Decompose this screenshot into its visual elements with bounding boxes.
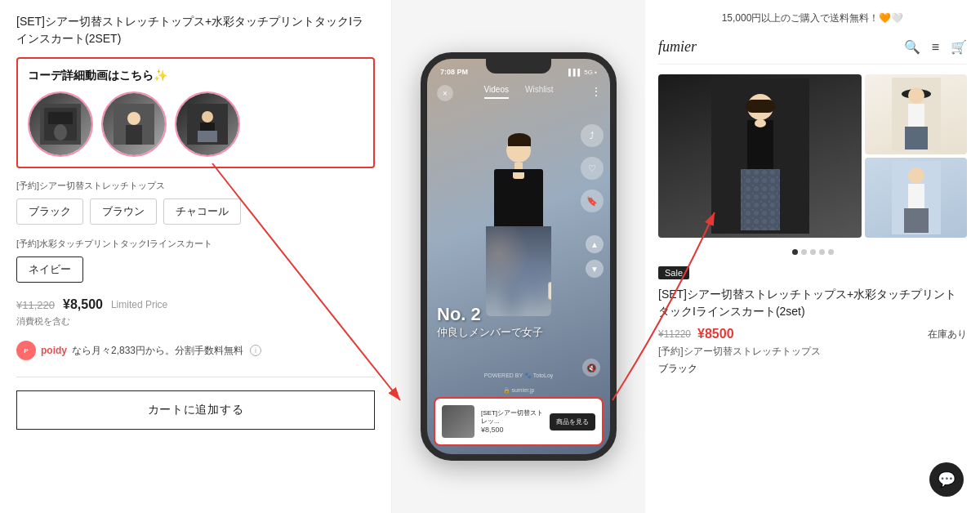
phone-down-arrow[interactable]: ▼ bbox=[586, 260, 604, 278]
phone-up-arrow[interactable]: ▲ bbox=[586, 235, 604, 253]
skirt-label: [予約]水彩タッチプリントタックIラインスカート bbox=[16, 238, 375, 250]
video-circle-1[interactable] bbox=[28, 91, 93, 157]
right-stock: 在庫あり bbox=[928, 328, 967, 341]
product-image-side-top[interactable] bbox=[865, 74, 967, 154]
brand-logo[interactable]: fumier bbox=[658, 38, 697, 56]
phone-share-icon[interactable]: ⤴ bbox=[581, 124, 604, 147]
paidy-row: P poidy なら月々2,833円から。分割手数料無料 i bbox=[16, 341, 375, 360]
search-icon[interactable]: 🔍 bbox=[904, 39, 920, 55]
svg-rect-19 bbox=[741, 169, 780, 230]
phone-close-button[interactable]: × bbox=[437, 85, 453, 101]
product-bar-name: [SET]シアー切替ストレッ... bbox=[481, 409, 543, 426]
svg-rect-15 bbox=[746, 100, 775, 113]
phone-tab-wishlist[interactable]: Wishlist bbox=[525, 85, 553, 99]
phone-menu-dots[interactable]: ⋮ bbox=[590, 85, 602, 98]
phone-status-icons: ▌▌▌ 5G ▪ bbox=[568, 69, 597, 76]
dot-5[interactable] bbox=[828, 249, 834, 255]
color-btn-brown[interactable]: ブラウン bbox=[90, 199, 157, 225]
model-skirt bbox=[486, 226, 551, 316]
model-top bbox=[494, 169, 543, 226]
video-section-title: コーデ詳細動画はこちら✨ bbox=[28, 69, 363, 83]
video-circles bbox=[28, 91, 363, 157]
right-product-title: [SET]シアー切替ストレッチトップス+水彩タッチプリントタックIラインスカート… bbox=[658, 286, 967, 320]
phone-product-bar: [SET]シアー切替ストレッ... ¥8,500 商品を見る bbox=[434, 397, 604, 446]
video-circle-2[interactable] bbox=[101, 91, 167, 157]
paidy-logo: P bbox=[16, 341, 36, 360]
model-head bbox=[506, 138, 531, 163]
phone-text-overlay: No. 2 仲良しメンバーで女子 bbox=[437, 304, 577, 340]
svg-rect-25 bbox=[908, 104, 924, 127]
phone-subtitle: 仲良しメンバーで女子 bbox=[437, 325, 577, 340]
skirt-btn-navy[interactable]: ネイビー bbox=[16, 256, 83, 283]
dot-4[interactable] bbox=[819, 249, 825, 255]
dot-1[interactable] bbox=[792, 249, 798, 255]
svg-rect-26 bbox=[905, 127, 928, 149]
phone-domain: 🔒 sumier.jp bbox=[503, 387, 535, 393]
product-bar-info: [SET]シアー切替ストレッ... ¥8,500 bbox=[481, 409, 543, 435]
svg-rect-4 bbox=[48, 112, 73, 124]
phone-bookmark-icon[interactable]: 🔖 bbox=[581, 190, 604, 212]
color-options: ブラック ブラウン チャコール bbox=[16, 199, 375, 225]
svg-rect-29 bbox=[908, 184, 924, 208]
color-btn-black[interactable]: ブラック bbox=[16, 199, 83, 225]
svg-point-24 bbox=[908, 87, 924, 104]
product-title: [SET]シアー切替ストレッチトップス+水彩タッチプリントタックIラインスカート… bbox=[16, 13, 375, 47]
phone-tabs: Videos Wishlist bbox=[427, 85, 610, 99]
center-panel: 7:08 PM ▌▌▌ 5G ▪ Videos Wishlist × ⋮ bbox=[392, 0, 645, 513]
product-bar-thumbnail bbox=[442, 405, 474, 438]
product-image-main[interactable] bbox=[658, 74, 862, 238]
svg-point-7 bbox=[127, 112, 140, 125]
price-row: ¥11,220 ¥8,500 Limited Price bbox=[16, 297, 375, 312]
phone-tab-videos[interactable]: Videos bbox=[484, 85, 509, 99]
tops-label: [予約]シアー切替ストレッチトップス bbox=[16, 180, 375, 192]
phone-time: 7:08 PM bbox=[440, 68, 468, 76]
add-to-cart-button[interactable]: カートに追加する bbox=[16, 390, 375, 430]
svg-point-5 bbox=[54, 124, 67, 141]
right-price-sale: ¥8500 bbox=[697, 327, 734, 341]
cart-icon[interactable]: 🛒 bbox=[951, 39, 967, 55]
product-bar-button[interactable]: 商品を見る bbox=[550, 413, 595, 430]
svg-rect-30 bbox=[904, 208, 929, 233]
right-header: fumier 🔍 ≡ 🛒 bbox=[658, 38, 967, 65]
phone-side-icons: ⤴ ♡ 🔖 bbox=[581, 124, 604, 212]
video-circle-3[interactable] bbox=[175, 91, 240, 157]
svg-point-10 bbox=[202, 111, 213, 123]
divider bbox=[16, 377, 375, 377]
phone-nav-arrows: ▲ ▼ bbox=[586, 235, 604, 278]
paidy-brand: poidy bbox=[41, 345, 67, 356]
svg-point-17 bbox=[755, 119, 766, 127]
price-sale: ¥8,500 bbox=[63, 297, 103, 312]
price-original: ¥11,220 bbox=[16, 299, 55, 311]
svg-point-28 bbox=[908, 167, 924, 184]
model-bag bbox=[548, 282, 551, 300]
right-variant-value: ブラック bbox=[658, 362, 967, 376]
right-price-original: ¥11220 bbox=[658, 328, 691, 340]
right-panel: 15,000円以上のご購入で送料無料！🧡🤍 fumier 🔍 ≡ 🛒 bbox=[645, 0, 980, 513]
model bbox=[486, 138, 551, 316]
right-variant-label: [予約]シアー切替ストレッチトップス bbox=[658, 345, 967, 359]
image-dots bbox=[658, 249, 967, 255]
video-section: コーデ詳細動画はこちら✨ bbox=[16, 57, 375, 168]
dot-3[interactable] bbox=[810, 249, 816, 255]
phone-bottom-bar: POWERED BY 🐾 TotoLoy 🔒 sumier.jp bbox=[427, 366, 610, 395]
model-hair bbox=[508, 133, 531, 146]
phone-powered-by: POWERED BY 🐾 TotoLoy bbox=[484, 372, 554, 378]
product-bar-price: ¥8,500 bbox=[481, 426, 543, 434]
left-panel: [SET]シアー切替ストレッチトップス+水彩タッチプリントタックIラインスカート… bbox=[0, 0, 392, 513]
svg-rect-12 bbox=[198, 131, 217, 142]
model-neck bbox=[514, 163, 523, 169]
menu-icon[interactable]: ≡ bbox=[932, 40, 939, 55]
dot-2[interactable] bbox=[801, 249, 807, 255]
phone-heart-icon[interactable]: ♡ bbox=[581, 157, 604, 180]
svg-rect-8 bbox=[126, 125, 142, 145]
info-icon[interactable]: i bbox=[250, 345, 261, 356]
color-btn-charcoal[interactable]: チャコール bbox=[163, 199, 241, 225]
product-image-side-bottom[interactable] bbox=[865, 158, 967, 238]
chat-bubble-button[interactable]: 💬 bbox=[929, 462, 964, 497]
limited-price-label: Limited Price bbox=[111, 299, 167, 310]
phone-status-bar: 7:08 PM ▌▌▌ 5G ▪ bbox=[427, 59, 610, 82]
top-banner: 15,000円以上のご購入で送料無料！🧡🤍 bbox=[658, 8, 967, 29]
paidy-text: なら月々2,833円から。分割手数料無料 bbox=[72, 344, 243, 358]
product-images-side bbox=[865, 74, 967, 238]
sale-badge: Sale bbox=[658, 266, 689, 279]
